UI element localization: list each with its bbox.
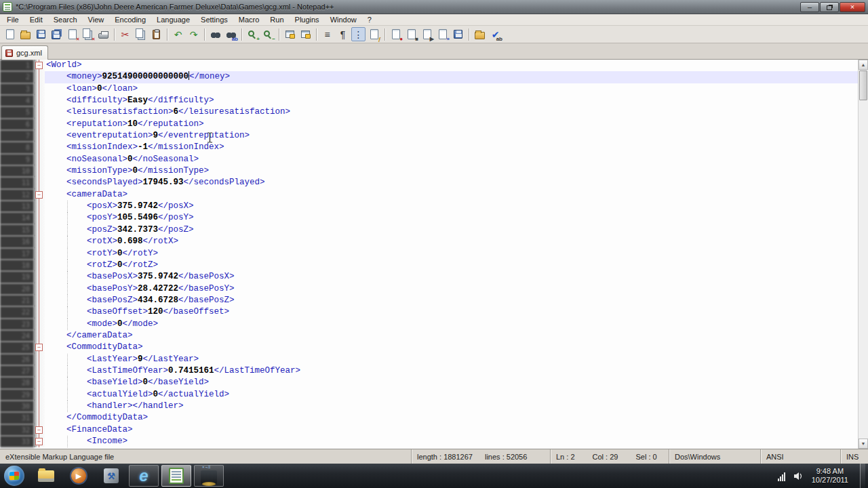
menu-macro[interactable]: Macro bbox=[233, 15, 265, 24]
code-text[interactable]: <leisuresatisfaction>6</leisuresatisfact… bbox=[45, 106, 868, 118]
fold-collapse-box[interactable]: − bbox=[35, 62, 43, 69]
line-number-gutter[interactable]: 30 bbox=[0, 401, 34, 412]
line-number-gutter[interactable]: 25 bbox=[0, 342, 34, 353]
fold-margin[interactable] bbox=[34, 71, 45, 83]
taskbar-notepad-plus-plus[interactable] bbox=[161, 465, 191, 487]
menu-view[interactable]: View bbox=[83, 15, 110, 24]
code-text[interactable]: <handler></handler> bbox=[45, 401, 868, 412]
code-line[interactable]: 2 <money>92514900000000000</money> bbox=[0, 71, 868, 83]
line-number-gutter[interactable]: 15 bbox=[0, 224, 34, 236]
scrollbar-thumb[interactable] bbox=[859, 70, 867, 100]
code-text[interactable]: <difficulty>Easy</difficulty> bbox=[45, 95, 868, 106]
zoom-in-icon[interactable]: + bbox=[245, 27, 260, 41]
code-line[interactable]: 31 </CommodityData> bbox=[0, 412, 868, 424]
fold-margin[interactable]: − bbox=[34, 342, 45, 353]
close-button[interactable]: × bbox=[840, 2, 865, 12]
taskbar-clock[interactable]: 9:48 AM 10/27/2011 bbox=[808, 467, 852, 485]
code-text[interactable]: <missionType>0</missionType> bbox=[45, 165, 868, 177]
fold-margin[interactable] bbox=[34, 236, 45, 247]
print-icon[interactable] bbox=[96, 27, 111, 41]
paste-icon[interactable] bbox=[149, 27, 163, 41]
show-desktop-button[interactable] bbox=[860, 464, 865, 488]
line-number-gutter[interactable]: 17 bbox=[0, 248, 34, 260]
open-containing-folder-icon[interactable] bbox=[473, 27, 487, 41]
close-icon[interactable]: × bbox=[65, 27, 79, 41]
code-line[interactable]: 27 <LastTimeOfYear>0.7415161</LastTimeOf… bbox=[0, 365, 868, 377]
code-line[interactable]: 3 <loan>0</loan> bbox=[0, 83, 868, 95]
code-text[interactable]: <posZ>342.7373</posZ> bbox=[45, 224, 868, 236]
vertical-scrollbar[interactable]: ▲ ▼ bbox=[858, 60, 868, 449]
code-line[interactable]: 26 <LastYear>9</LastYear> bbox=[0, 354, 868, 365]
menu-file[interactable]: File bbox=[1, 15, 24, 24]
code-line[interactable]: 24 </cameraData> bbox=[0, 330, 868, 342]
code-text[interactable]: <baseYield>0</baseYield> bbox=[45, 377, 868, 388]
fold-margin[interactable] bbox=[34, 154, 45, 165]
code-line[interactable]: 23 <mode>0</mode> bbox=[0, 319, 868, 330]
fold-margin[interactable] bbox=[34, 165, 45, 177]
code-line[interactable]: 8 <missionIndex>-1</missionIndex> bbox=[0, 142, 868, 153]
fold-margin[interactable] bbox=[34, 365, 45, 377]
code-text[interactable]: <baseOffset>120</baseOffset> bbox=[45, 306, 868, 318]
code-text[interactable]: </CommodityData> bbox=[45, 412, 868, 424]
code-text[interactable]: <rotZ>0</rotZ> bbox=[45, 260, 868, 271]
line-number-gutter[interactable]: 13 bbox=[0, 201, 34, 212]
code-text[interactable]: <posX>375.9742</posX> bbox=[45, 201, 868, 212]
code-line[interactable]: 5 <leisuresatisfaction>6</leisuresatisfa… bbox=[0, 106, 868, 118]
fold-collapse-box[interactable]: − bbox=[35, 438, 43, 445]
copy-icon[interactable] bbox=[134, 27, 148, 41]
line-number-gutter[interactable]: 32 bbox=[0, 424, 34, 436]
code-text[interactable]: <missionIndex>-1</missionIndex> bbox=[45, 142, 868, 153]
code-text[interactable]: <basePosZ>434.6728</basePosZ> bbox=[45, 295, 868, 306]
menu-plugins[interactable]: Plugins bbox=[290, 15, 325, 24]
code-text[interactable]: </cameraData> bbox=[45, 330, 868, 342]
line-number-gutter[interactable]: 3 bbox=[0, 83, 34, 95]
code-text[interactable]: <LastYear>9</LastYear> bbox=[45, 354, 868, 365]
fold-margin[interactable] bbox=[34, 177, 45, 188]
code-line[interactable]: 1−<World> bbox=[0, 60, 868, 71]
encoding-label[interactable]: ANSI bbox=[761, 449, 841, 464]
fold-collapse-box[interactable]: − bbox=[35, 426, 43, 434]
code-text[interactable]: <basePosY>28.42722</basePosY> bbox=[45, 283, 868, 295]
code-line[interactable]: 20 <basePosY>28.42722</basePosY> bbox=[0, 283, 868, 295]
scroll-down-button[interactable]: ▼ bbox=[859, 439, 868, 449]
line-number-gutter[interactable]: 7 bbox=[0, 130, 34, 142]
start-button[interactable] bbox=[4, 466, 24, 486]
code-text[interactable]: <loan>0</loan> bbox=[45, 83, 868, 95]
show-all-characters-icon[interactable]: ¶ bbox=[336, 27, 350, 41]
insert-mode-label[interactable]: INS bbox=[841, 449, 868, 464]
line-number-gutter[interactable]: 23 bbox=[0, 319, 34, 330]
fold-margin[interactable] bbox=[34, 83, 45, 95]
line-number-gutter[interactable]: 14 bbox=[0, 212, 34, 224]
replace-icon[interactable]: ab bbox=[224, 27, 238, 41]
restore-button[interactable] bbox=[820, 2, 839, 12]
fold-margin[interactable]: − bbox=[34, 60, 45, 71]
line-number-gutter[interactable]: 22 bbox=[0, 306, 34, 318]
code-line[interactable]: 7 <eventreputation>9</eventreputation> bbox=[0, 130, 868, 142]
taskbar-game-application[interactable] bbox=[194, 465, 224, 487]
fold-margin[interactable] bbox=[34, 271, 45, 283]
tab-gcg-xml[interactable]: gcg.xml bbox=[1, 45, 48, 60]
code-text[interactable]: <mode>0</mode> bbox=[45, 319, 868, 330]
taskbar-game-shortcut[interactable]: ⚒ bbox=[96, 465, 126, 487]
code-text[interactable]: <rotY>0</rotY> bbox=[45, 248, 868, 260]
code-line[interactable]: 12− <cameraData> bbox=[0, 189, 868, 201]
menu-settings[interactable]: Settings bbox=[195, 15, 233, 24]
fold-margin[interactable] bbox=[34, 201, 45, 212]
fold-margin[interactable] bbox=[34, 412, 45, 424]
line-number-gutter[interactable]: 31 bbox=[0, 412, 34, 424]
code-text[interactable]: <World> bbox=[45, 60, 868, 71]
code-text[interactable]: <rotX>0.698</rotX> bbox=[45, 236, 868, 247]
fold-margin[interactable] bbox=[34, 354, 45, 365]
run-macro-multiple-times-icon[interactable]: » bbox=[435, 27, 450, 41]
network-icon[interactable] bbox=[778, 471, 788, 481]
code-text[interactable]: <CommodityData> bbox=[45, 342, 868, 353]
menu-run[interactable]: Run bbox=[264, 15, 289, 24]
code-line[interactable]: 6 <reputation>10</reputation> bbox=[0, 119, 868, 130]
fold-margin[interactable] bbox=[34, 130, 45, 142]
line-number-gutter[interactable]: 5 bbox=[0, 106, 34, 118]
code-line[interactable]: 22 <baseOffset>120</baseOffset> bbox=[0, 306, 868, 318]
code-line[interactable]: 18 <rotZ>0</rotZ> bbox=[0, 260, 868, 271]
fold-margin[interactable] bbox=[34, 224, 45, 236]
line-number-gutter[interactable]: 28 bbox=[0, 377, 34, 388]
line-number-gutter[interactable]: 6 bbox=[0, 119, 34, 130]
